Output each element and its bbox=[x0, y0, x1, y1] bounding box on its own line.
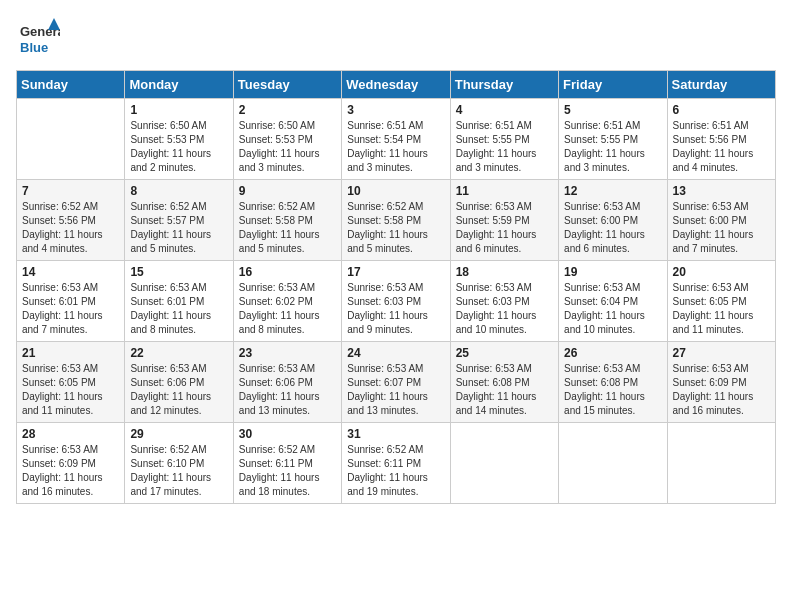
day-info: Sunrise: 6:50 AMSunset: 5:53 PMDaylight:… bbox=[239, 119, 336, 175]
day-number: 5 bbox=[564, 103, 661, 117]
day-number: 19 bbox=[564, 265, 661, 279]
day-cell: 24Sunrise: 6:53 AMSunset: 6:07 PMDayligh… bbox=[342, 342, 450, 423]
day-info: Sunrise: 6:53 AMSunset: 6:07 PMDaylight:… bbox=[347, 362, 444, 418]
day-header-tuesday: Tuesday bbox=[233, 71, 341, 99]
day-number: 7 bbox=[22, 184, 119, 198]
day-cell: 8Sunrise: 6:52 AMSunset: 5:57 PMDaylight… bbox=[125, 180, 233, 261]
day-cell: 12Sunrise: 6:53 AMSunset: 6:00 PMDayligh… bbox=[559, 180, 667, 261]
week-row-3: 14Sunrise: 6:53 AMSunset: 6:01 PMDayligh… bbox=[17, 261, 776, 342]
day-info: Sunrise: 6:52 AMSunset: 5:58 PMDaylight:… bbox=[239, 200, 336, 256]
day-info: Sunrise: 6:53 AMSunset: 6:08 PMDaylight:… bbox=[456, 362, 553, 418]
day-cell: 14Sunrise: 6:53 AMSunset: 6:01 PMDayligh… bbox=[17, 261, 125, 342]
day-number: 2 bbox=[239, 103, 336, 117]
day-cell: 21Sunrise: 6:53 AMSunset: 6:05 PMDayligh… bbox=[17, 342, 125, 423]
day-header-wednesday: Wednesday bbox=[342, 71, 450, 99]
svg-text:Blue: Blue bbox=[20, 40, 48, 55]
day-cell: 20Sunrise: 6:53 AMSunset: 6:05 PMDayligh… bbox=[667, 261, 775, 342]
day-cell: 26Sunrise: 6:53 AMSunset: 6:08 PMDayligh… bbox=[559, 342, 667, 423]
day-info: Sunrise: 6:53 AMSunset: 6:00 PMDaylight:… bbox=[564, 200, 661, 256]
day-cell: 6Sunrise: 6:51 AMSunset: 5:56 PMDaylight… bbox=[667, 99, 775, 180]
day-header-friday: Friday bbox=[559, 71, 667, 99]
week-row-5: 28Sunrise: 6:53 AMSunset: 6:09 PMDayligh… bbox=[17, 423, 776, 504]
day-number: 23 bbox=[239, 346, 336, 360]
calendar-table: SundayMondayTuesdayWednesdayThursdayFrid… bbox=[16, 70, 776, 504]
day-cell: 31Sunrise: 6:52 AMSunset: 6:11 PMDayligh… bbox=[342, 423, 450, 504]
day-info: Sunrise: 6:53 AMSunset: 6:06 PMDaylight:… bbox=[130, 362, 227, 418]
day-info: Sunrise: 6:53 AMSunset: 6:02 PMDaylight:… bbox=[239, 281, 336, 337]
day-cell: 28Sunrise: 6:53 AMSunset: 6:09 PMDayligh… bbox=[17, 423, 125, 504]
day-info: Sunrise: 6:53 AMSunset: 6:04 PMDaylight:… bbox=[564, 281, 661, 337]
logo-svg: General Blue bbox=[16, 16, 60, 60]
day-info: Sunrise: 6:52 AMSunset: 5:56 PMDaylight:… bbox=[22, 200, 119, 256]
day-header-monday: Monday bbox=[125, 71, 233, 99]
day-info: Sunrise: 6:53 AMSunset: 6:03 PMDaylight:… bbox=[456, 281, 553, 337]
day-cell: 7Sunrise: 6:52 AMSunset: 5:56 PMDaylight… bbox=[17, 180, 125, 261]
day-info: Sunrise: 6:53 AMSunset: 5:59 PMDaylight:… bbox=[456, 200, 553, 256]
day-cell: 9Sunrise: 6:52 AMSunset: 5:58 PMDaylight… bbox=[233, 180, 341, 261]
day-number: 27 bbox=[673, 346, 770, 360]
day-cell: 30Sunrise: 6:52 AMSunset: 6:11 PMDayligh… bbox=[233, 423, 341, 504]
day-info: Sunrise: 6:51 AMSunset: 5:55 PMDaylight:… bbox=[564, 119, 661, 175]
day-number: 31 bbox=[347, 427, 444, 441]
day-info: Sunrise: 6:53 AMSunset: 6:03 PMDaylight:… bbox=[347, 281, 444, 337]
day-cell: 23Sunrise: 6:53 AMSunset: 6:06 PMDayligh… bbox=[233, 342, 341, 423]
day-cell: 11Sunrise: 6:53 AMSunset: 5:59 PMDayligh… bbox=[450, 180, 558, 261]
day-info: Sunrise: 6:53 AMSunset: 6:01 PMDaylight:… bbox=[22, 281, 119, 337]
day-number: 16 bbox=[239, 265, 336, 279]
day-info: Sunrise: 6:51 AMSunset: 5:55 PMDaylight:… bbox=[456, 119, 553, 175]
day-number: 24 bbox=[347, 346, 444, 360]
day-cell: 29Sunrise: 6:52 AMSunset: 6:10 PMDayligh… bbox=[125, 423, 233, 504]
day-cell: 5Sunrise: 6:51 AMSunset: 5:55 PMDaylight… bbox=[559, 99, 667, 180]
day-number: 30 bbox=[239, 427, 336, 441]
page-header: General Blue bbox=[16, 16, 776, 60]
day-cell: 22Sunrise: 6:53 AMSunset: 6:06 PMDayligh… bbox=[125, 342, 233, 423]
day-info: Sunrise: 6:52 AMSunset: 5:58 PMDaylight:… bbox=[347, 200, 444, 256]
day-cell: 2Sunrise: 6:50 AMSunset: 5:53 PMDaylight… bbox=[233, 99, 341, 180]
day-info: Sunrise: 6:53 AMSunset: 6:09 PMDaylight:… bbox=[22, 443, 119, 499]
day-number: 25 bbox=[456, 346, 553, 360]
day-number: 18 bbox=[456, 265, 553, 279]
day-info: Sunrise: 6:51 AMSunset: 5:56 PMDaylight:… bbox=[673, 119, 770, 175]
day-cell bbox=[667, 423, 775, 504]
day-number: 11 bbox=[456, 184, 553, 198]
day-cell bbox=[450, 423, 558, 504]
day-number: 22 bbox=[130, 346, 227, 360]
day-number: 4 bbox=[456, 103, 553, 117]
day-cell: 4Sunrise: 6:51 AMSunset: 5:55 PMDaylight… bbox=[450, 99, 558, 180]
week-row-2: 7Sunrise: 6:52 AMSunset: 5:56 PMDaylight… bbox=[17, 180, 776, 261]
day-number: 10 bbox=[347, 184, 444, 198]
day-cell: 3Sunrise: 6:51 AMSunset: 5:54 PMDaylight… bbox=[342, 99, 450, 180]
day-info: Sunrise: 6:53 AMSunset: 6:01 PMDaylight:… bbox=[130, 281, 227, 337]
day-number: 3 bbox=[347, 103, 444, 117]
day-cell: 17Sunrise: 6:53 AMSunset: 6:03 PMDayligh… bbox=[342, 261, 450, 342]
day-number: 21 bbox=[22, 346, 119, 360]
day-cell: 13Sunrise: 6:53 AMSunset: 6:00 PMDayligh… bbox=[667, 180, 775, 261]
day-info: Sunrise: 6:52 AMSunset: 6:11 PMDaylight:… bbox=[347, 443, 444, 499]
day-info: Sunrise: 6:53 AMSunset: 6:06 PMDaylight:… bbox=[239, 362, 336, 418]
day-number: 28 bbox=[22, 427, 119, 441]
day-cell bbox=[17, 99, 125, 180]
day-cell: 1Sunrise: 6:50 AMSunset: 5:53 PMDaylight… bbox=[125, 99, 233, 180]
day-cell: 25Sunrise: 6:53 AMSunset: 6:08 PMDayligh… bbox=[450, 342, 558, 423]
day-info: Sunrise: 6:53 AMSunset: 6:05 PMDaylight:… bbox=[673, 281, 770, 337]
day-number: 26 bbox=[564, 346, 661, 360]
day-info: Sunrise: 6:52 AMSunset: 6:10 PMDaylight:… bbox=[130, 443, 227, 499]
day-number: 1 bbox=[130, 103, 227, 117]
week-row-4: 21Sunrise: 6:53 AMSunset: 6:05 PMDayligh… bbox=[17, 342, 776, 423]
day-number: 14 bbox=[22, 265, 119, 279]
week-row-1: 1Sunrise: 6:50 AMSunset: 5:53 PMDaylight… bbox=[17, 99, 776, 180]
day-info: Sunrise: 6:53 AMSunset: 6:00 PMDaylight:… bbox=[673, 200, 770, 256]
day-number: 29 bbox=[130, 427, 227, 441]
day-info: Sunrise: 6:52 AMSunset: 5:57 PMDaylight:… bbox=[130, 200, 227, 256]
day-cell: 18Sunrise: 6:53 AMSunset: 6:03 PMDayligh… bbox=[450, 261, 558, 342]
day-number: 20 bbox=[673, 265, 770, 279]
day-info: Sunrise: 6:51 AMSunset: 5:54 PMDaylight:… bbox=[347, 119, 444, 175]
day-info: Sunrise: 6:53 AMSunset: 6:08 PMDaylight:… bbox=[564, 362, 661, 418]
day-header-thursday: Thursday bbox=[450, 71, 558, 99]
day-cell: 27Sunrise: 6:53 AMSunset: 6:09 PMDayligh… bbox=[667, 342, 775, 423]
days-header-row: SundayMondayTuesdayWednesdayThursdayFrid… bbox=[17, 71, 776, 99]
day-info: Sunrise: 6:50 AMSunset: 5:53 PMDaylight:… bbox=[130, 119, 227, 175]
day-number: 8 bbox=[130, 184, 227, 198]
day-cell: 16Sunrise: 6:53 AMSunset: 6:02 PMDayligh… bbox=[233, 261, 341, 342]
day-number: 13 bbox=[673, 184, 770, 198]
